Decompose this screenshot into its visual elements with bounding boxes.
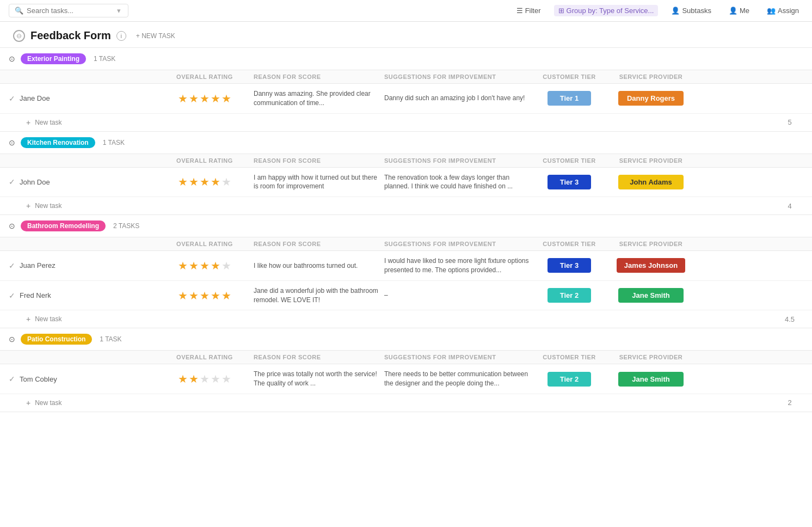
table-row[interactable]: ✓ Fred Nerk ★★★★★ Jane did a wonderful j… xyxy=(0,281,812,311)
col-reason-header: REASON FOR SCORE xyxy=(248,157,379,164)
new-task-row-bathroom-remodelling[interactable]: + New task 4.5 xyxy=(0,310,812,328)
subtasks-button[interactable]: 👤 Subtasks xyxy=(667,5,715,16)
new-task-button[interactable]: + NEW TASK xyxy=(132,30,180,41)
star-filled: ★ xyxy=(189,289,199,302)
group-toggle-bathroom-remodelling[interactable]: ⊙ xyxy=(9,222,15,230)
group-exterior-painting: ⊙ Exterior Painting 1 TASK OVERALL RATIN… xyxy=(0,48,812,132)
subtasks-icon: 👤 xyxy=(671,7,680,15)
col-headers-exterior-painting: OVERALL RATING REASON FOR SCORE SUGGESTI… xyxy=(0,70,812,84)
table-row[interactable]: ✓ Juan Perez ★★★★★ I like how our bathro… xyxy=(0,251,812,281)
col-reason-header: REASON FOR SCORE xyxy=(248,73,379,80)
group-by-button[interactable]: ⊞ Group by: Type of Service... xyxy=(554,5,659,16)
star-filled: ★ xyxy=(200,175,210,188)
group-patio-construction: ⊙ Patio Construction 1 TASK OVERALL RATI… xyxy=(0,328,812,412)
group-by-icon: ⊞ xyxy=(558,7,564,15)
col-tier-header: CUSTOMER TIER xyxy=(531,73,607,80)
col-suggestions-header: SUGGESTIONS FOR IMPROVEMENT xyxy=(379,73,531,80)
star-filled: ★ xyxy=(211,92,220,105)
col-provider-header: SERVICE PROVIDER xyxy=(607,241,694,247)
group-badge-kitchen-renovation: Kitchen Renovation xyxy=(21,137,95,148)
new-task-row-exterior-painting[interactable]: + New task 5 xyxy=(0,114,812,132)
task-assignee-name: Tom Cobley xyxy=(20,375,57,383)
star-filled: ★ xyxy=(222,92,231,105)
new-task-label: New task xyxy=(35,399,61,407)
page-title: Feedback Form xyxy=(30,29,111,42)
task-provider-cell: James Johnson xyxy=(607,258,694,273)
star-filled: ★ xyxy=(178,259,188,272)
group-badge-exterior-painting: Exterior Painting xyxy=(21,53,86,64)
topbar-left: 🔍 ▾ xyxy=(9,4,128,17)
group-bathroom-remodelling: ⊙ Bathroom Remodelling 2 TASKS OVERALL R… xyxy=(0,215,812,328)
task-tier-cell: Tier 3 xyxy=(531,258,607,273)
task-name-cell: ✓ John Doe xyxy=(9,177,161,186)
avg-score: 2 xyxy=(782,399,803,407)
task-tier-cell: Tier 1 xyxy=(531,91,607,106)
col-provider-header: SERVICE PROVIDER xyxy=(607,157,694,164)
table-row[interactable]: ✓ John Doe ★★★★★ I am happy with how it … xyxy=(0,168,812,198)
assign-icon: 👥 xyxy=(767,7,776,15)
collapse-button[interactable]: ⊖ xyxy=(13,30,25,42)
col-headers-bathroom-remodelling: OVERALL RATING REASON FOR SCORE SUGGESTI… xyxy=(0,237,812,251)
new-task-label: New task xyxy=(35,315,61,323)
star-filled: ★ xyxy=(189,175,199,188)
provider-badge: Danny Rogers xyxy=(618,91,684,106)
col-provider-header: SERVICE PROVIDER xyxy=(607,73,694,80)
task-assignee-name: Jane Doe xyxy=(20,94,50,102)
task-rating-cell: ★★★★★ xyxy=(161,92,248,105)
new-task-row-kitchen-renovation[interactable]: + New task 4 xyxy=(0,197,812,215)
col-provider-header: SERVICE PROVIDER xyxy=(607,354,694,360)
star-filled: ★ xyxy=(178,372,188,385)
task-rating-cell: ★★★★★ xyxy=(161,372,248,385)
group-header-kitchen-renovation: ⊙ Kitchen Renovation 1 TASK xyxy=(0,132,812,154)
tier-badge: Tier 2 xyxy=(548,288,591,303)
star-empty: ★ xyxy=(222,175,231,188)
star-filled: ★ xyxy=(178,92,188,105)
info-button[interactable]: i xyxy=(116,31,126,41)
task-reason-cell: Danny was amazing. She provided clear co… xyxy=(248,89,379,108)
group-toggle-exterior-painting[interactable]: ⊙ xyxy=(9,54,15,63)
check-icon: ✓ xyxy=(9,375,15,383)
star-filled: ★ xyxy=(200,289,210,302)
new-task-label: New task xyxy=(35,202,61,210)
star-filled: ★ xyxy=(200,92,210,105)
group-toggle-kitchen-renovation[interactable]: ⊙ xyxy=(9,138,15,147)
star-filled: ★ xyxy=(211,259,220,272)
group-badge-bathroom-remodelling: Bathroom Remodelling xyxy=(21,220,106,231)
table-row[interactable]: ✓ Jane Doe ★★★★★ Danny was amazing. She … xyxy=(0,84,812,114)
page-header: ⊖ Feedback Form i + NEW TASK xyxy=(0,22,812,48)
search-input[interactable] xyxy=(27,7,114,15)
group-task-count-patio-construction: 1 TASK xyxy=(100,335,121,343)
groups-container: ⊙ Exterior Painting 1 TASK OVERALL RATIN… xyxy=(0,48,812,412)
tier-badge: Tier 2 xyxy=(548,372,591,387)
group-toggle-patio-construction[interactable]: ⊙ xyxy=(9,335,15,344)
tier-badge: Tier 3 xyxy=(548,175,591,189)
search-icon: 🔍 xyxy=(15,7,23,15)
task-suggestions-cell: The renovation took a few days longer th… xyxy=(379,173,531,192)
task-name-cell: ✓ Jane Doe xyxy=(9,94,161,103)
col-suggestions-header: SUGGESTIONS FOR IMPROVEMENT xyxy=(379,157,531,164)
me-button[interactable]: 👤 Me xyxy=(724,5,754,16)
topbar: 🔍 ▾ ☰ Filter ⊞ Group by: Type of Service… xyxy=(0,0,812,22)
star-empty: ★ xyxy=(200,372,210,385)
check-icon: ✓ xyxy=(9,94,15,103)
col-tier-header: CUSTOMER TIER xyxy=(531,157,607,164)
task-tier-cell: Tier 2 xyxy=(531,372,607,387)
chevron-down-icon: ▾ xyxy=(117,7,121,15)
task-tier-cell: Tier 2 xyxy=(531,288,607,303)
col-reason-header: REASON FOR SCORE xyxy=(248,354,379,360)
filter-button[interactable]: ☰ Filter xyxy=(512,5,545,16)
assign-button[interactable]: 👥 Assign xyxy=(762,5,803,16)
check-icon: ✓ xyxy=(9,177,15,186)
search-box[interactable]: 🔍 ▾ xyxy=(9,4,128,17)
task-name-cell: ✓ Juan Perez xyxy=(9,261,161,270)
group-header-bathroom-remodelling: ⊙ Bathroom Remodelling 2 TASKS xyxy=(0,215,812,237)
check-icon: ✓ xyxy=(9,261,15,270)
new-task-row-patio-construction[interactable]: + New task 2 xyxy=(0,394,812,412)
star-empty: ★ xyxy=(222,372,231,385)
table-row[interactable]: ✓ Tom Cobley ★★★★★ The price was totally… xyxy=(0,364,812,394)
task-rating-cell: ★★★★★ xyxy=(161,259,248,272)
task-provider-cell: John Adams xyxy=(607,175,694,189)
group-task-count-exterior-painting: 1 TASK xyxy=(94,55,115,63)
star-filled: ★ xyxy=(211,289,220,302)
col-reason-header: REASON FOR SCORE xyxy=(248,241,379,247)
